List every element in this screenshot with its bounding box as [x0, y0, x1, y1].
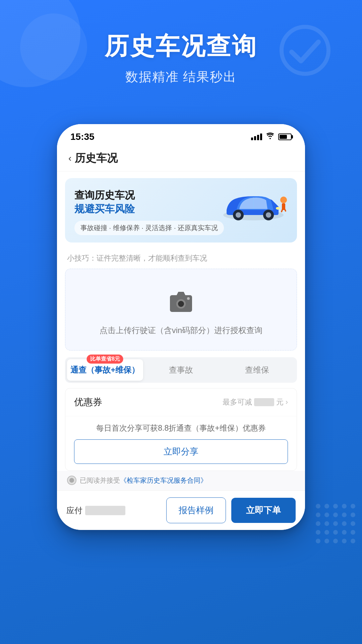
camera-icon: [166, 289, 196, 316]
agreement-row[interactable]: 已阅读并接受《检车家历史车况服务合同》: [57, 471, 305, 490]
tab-accident[interactable]: 查事故: [143, 359, 219, 381]
tab-comprehensive[interactable]: 比单查省8元 通查（事故+维保）: [67, 359, 143, 381]
coupon-hint: 最多可减: [223, 397, 252, 407]
coupon-label: 优惠券: [74, 396, 102, 409]
tab-maintenance[interactable]: 查维保: [219, 359, 295, 381]
tab-badge: 比单查省8元: [87, 355, 123, 364]
price-label: 应付: [66, 505, 82, 516]
car-illustration: [217, 181, 290, 225]
phone-mockup-wrapper: 15:35 ‹ 历史车况 查询历: [57, 124, 305, 530]
hero-title: 历史车况查询: [0, 30, 362, 62]
price-area: 应付: [66, 505, 161, 516]
banner-tags: 事故碰撞 · 维修保养 · 灵活选择 · 还原真实车况: [74, 221, 224, 235]
upload-area[interactable]: 点击上传行驶证（含vin码部分）进行授权查询: [65, 269, 297, 351]
svg-point-14: [187, 297, 190, 300]
signal-bars-icon: [251, 133, 262, 140]
status-icons: [251, 132, 292, 142]
agreement-link[interactable]: 《检车家历史车况服务合同》: [120, 477, 207, 484]
price-value-blurred: [85, 506, 125, 515]
sample-report-button[interactable]: 报告样例: [166, 497, 226, 523]
hero-section: 历史车况查询 数据精准 结果秒出: [0, 0, 362, 99]
status-time: 15:35: [70, 131, 95, 142]
promo-banner: 查询历史车况 规避买车风险 事故碰撞 · 维修保养 · 灵活选择 · 还原真实车…: [65, 178, 297, 243]
hero-subtitle: 数据精准 结果秒出: [0, 68, 362, 86]
phone-mockup: 15:35 ‹ 历史车况 查询历: [57, 124, 305, 530]
svg-point-13: [178, 301, 184, 307]
coupon-right: 最多可减 元 ›: [223, 397, 288, 407]
wifi-icon: [265, 132, 275, 142]
back-button[interactable]: ‹: [68, 153, 71, 164]
share-promo-text: 每日首次分享可获8.8折通查（事故+维保）优惠券: [74, 423, 288, 433]
page-title: 历史车况: [75, 151, 118, 166]
order-button[interactable]: 立即下单: [231, 498, 296, 523]
chevron-right-icon: ›: [286, 398, 288, 407]
tip-text: 小技巧：证件完整清晰，才能顺利查到车况: [57, 249, 305, 266]
nav-bar: ‹ 历史车况: [57, 146, 305, 171]
svg-point-4: [236, 212, 241, 218]
share-promo: 每日首次分享可获8.8折通查（事故+维保）优惠券 立即分享: [65, 416, 297, 471]
coupon-unit: 元: [276, 397, 284, 407]
svg-point-8: [280, 197, 287, 203]
battery-icon: [278, 133, 292, 140]
check-circle-fill: [69, 478, 74, 483]
coupon-section: 优惠券 最多可减 元 › 每日首次分享可获8.8折通查（事故+维保）优惠券 立即…: [65, 388, 297, 471]
svg-point-7: [276, 207, 280, 210]
svg-point-6: [266, 212, 271, 218]
upload-text: 点击上传行驶证（含vin码部分）进行授权查询: [100, 324, 263, 337]
agreement-prefix: 已阅读并接受: [80, 477, 120, 484]
agreement-checkbox[interactable]: [67, 476, 76, 485]
bg-dots-right: [316, 504, 355, 543]
agreement-text: 已阅读并接受《检车家历史车况服务合同》: [80, 476, 207, 485]
status-bar: 15:35: [57, 124, 305, 146]
battery-fill: [280, 135, 287, 139]
query-tabs: 比单查省8元 通查（事故+维保） 查事故 查维保: [65, 357, 297, 383]
svg-line-11: [284, 207, 286, 211]
bottom-bar: 应付 报告样例 立即下单: [57, 490, 305, 530]
coupon-row[interactable]: 优惠券 最多可减 元 ›: [65, 388, 297, 416]
coupon-amount-blurred: [254, 398, 274, 406]
share-button[interactable]: 立即分享: [74, 439, 288, 464]
